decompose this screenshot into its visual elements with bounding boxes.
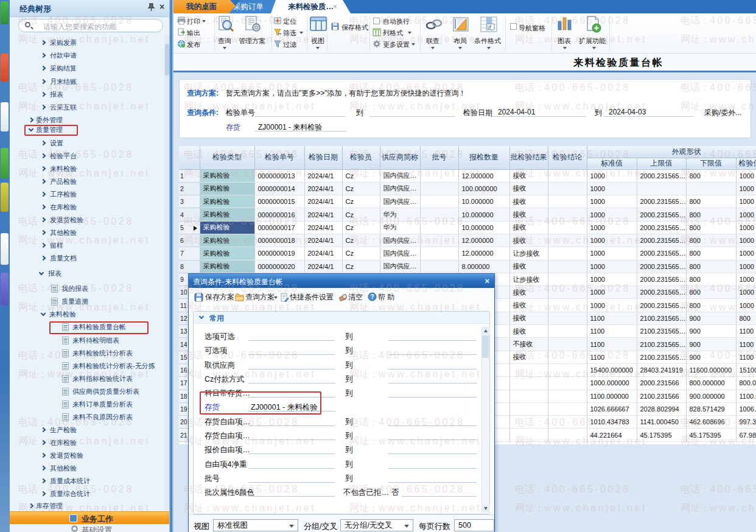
svg-text:?: ?: [371, 293, 374, 300]
